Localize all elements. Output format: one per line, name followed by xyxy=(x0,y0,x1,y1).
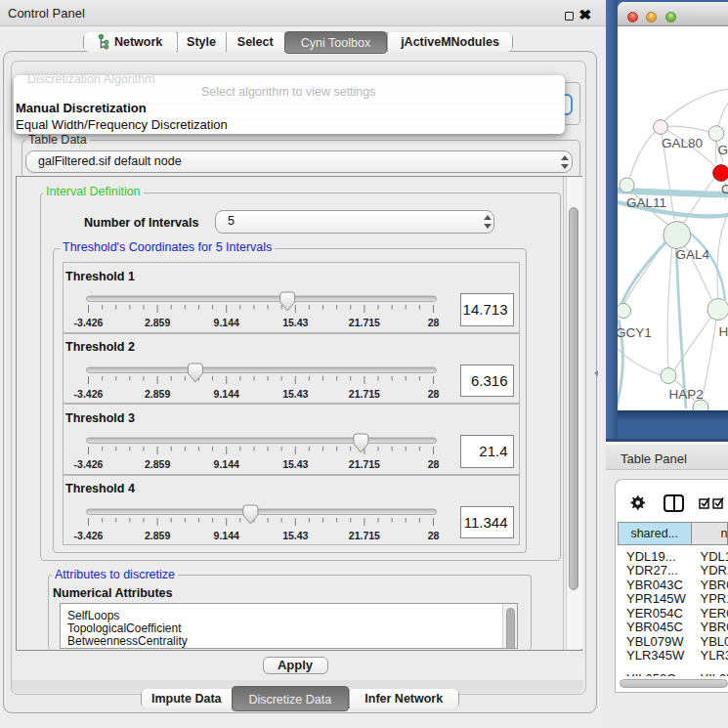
svg-text:15.43: 15.43 xyxy=(282,317,308,328)
svg-text:GCY1: GCY1 xyxy=(618,325,652,340)
svg-text:2.859: 2.859 xyxy=(144,317,169,328)
svg-text:2.859: 2.859 xyxy=(144,388,169,400)
svg-text:9.144: 9.144 xyxy=(213,317,238,328)
svg-text:21.715: 21.715 xyxy=(348,388,379,400)
svg-text:HAP2: HAP2 xyxy=(668,387,703,402)
svg-text:2.859: 2.859 xyxy=(144,458,169,470)
svg-text:15.43: 15.43 xyxy=(282,458,308,470)
svg-text:-3.426: -3.426 xyxy=(73,388,103,400)
svg-text:28: 28 xyxy=(427,317,439,328)
svg-text:21.715: 21.715 xyxy=(348,530,379,541)
svg-text:-3.426: -3.426 xyxy=(73,458,103,470)
svg-text:HI: HI xyxy=(718,324,728,339)
svg-text:-3.426: -3.426 xyxy=(73,317,103,328)
svg-text:9.144: 9.144 xyxy=(213,458,238,470)
svg-text:15.43: 15.43 xyxy=(282,530,308,541)
svg-text:28: 28 xyxy=(427,458,439,470)
svg-text:21.715: 21.715 xyxy=(348,458,379,470)
svg-text:15.43: 15.43 xyxy=(282,388,308,400)
svg-text:GAL80: GAL80 xyxy=(662,136,703,150)
svg-text:-3.426: -3.426 xyxy=(73,530,103,541)
svg-text:28: 28 xyxy=(427,530,439,541)
svg-text:28: 28 xyxy=(427,388,439,400)
svg-text:2.859: 2.859 xyxy=(144,530,169,541)
svg-text:GAL11: GAL11 xyxy=(626,195,666,210)
svg-text:GAL4: GAL4 xyxy=(675,247,709,262)
svg-text:C: C xyxy=(721,182,728,196)
svg-text:GA: GA xyxy=(717,143,728,157)
svg-text:9.144: 9.144 xyxy=(213,530,238,541)
svg-text:9.144: 9.144 xyxy=(213,388,238,400)
svg-text:21.715: 21.715 xyxy=(348,317,379,328)
